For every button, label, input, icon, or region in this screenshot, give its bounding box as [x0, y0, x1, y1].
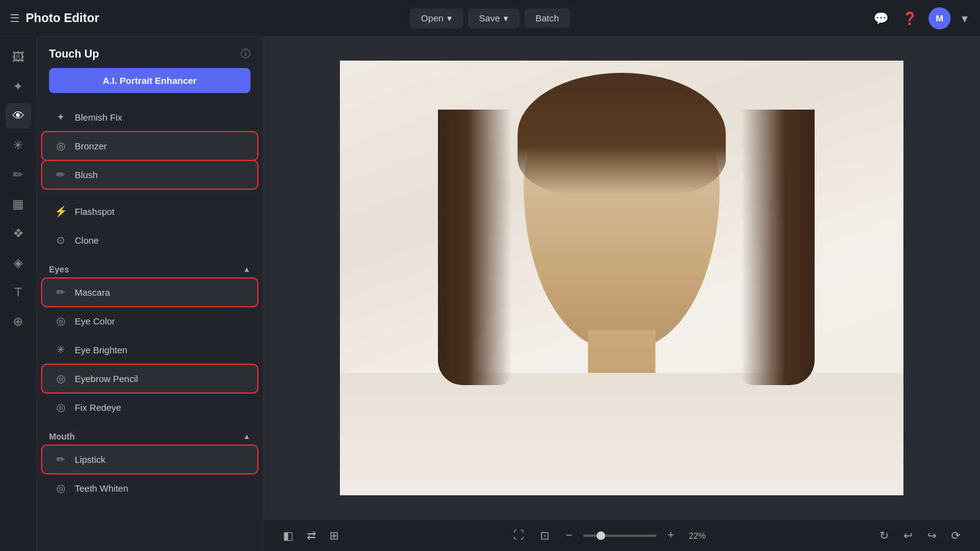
tool-blemish-fix[interactable]: ✦ Blemish Fix: [42, 103, 258, 132]
open-button[interactable]: Open ▾: [410, 9, 463, 28]
rail-shapes-icon[interactable]: ❖: [6, 220, 31, 246]
eyebrow-pencil-label: Eyebrow Pencil: [75, 373, 138, 384]
tool-fix-redeye[interactable]: ◎ Fix Redeye: [42, 393, 258, 422]
save-label: Save: [479, 13, 500, 23]
batch-button[interactable]: Batch: [524, 9, 570, 28]
fit-button[interactable]: ⛶: [508, 525, 529, 545]
blemish-fix-label: Blemish Fix: [75, 112, 123, 122]
zoom-out-button[interactable]: −: [560, 525, 577, 545]
zoom-label: 22%: [685, 531, 710, 541]
mascara-icon: ✏: [54, 286, 67, 299]
save-chevron: ▾: [503, 13, 508, 24]
canvas-image: [340, 61, 903, 495]
bronzer-icon: ◎: [54, 140, 67, 152]
icon-rail: 🖼 ✦ 👁 ✳ ✏ ▦ ❖ ◈ T ⊕: [0, 37, 37, 551]
refresh-button[interactable]: ↻: [875, 525, 894, 546]
shoulders: [340, 373, 903, 495]
mouth-section-label: Mouth: [49, 432, 75, 441]
tool-bronzer[interactable]: ◎ Bronzer: [42, 132, 258, 160]
mascara-label: Mascara: [75, 287, 110, 298]
bottom-left-tools: ◧ ⇄ ⊞: [278, 525, 344, 546]
batch-label: Batch: [535, 13, 559, 23]
more-button[interactable]: ▾: [959, 9, 970, 28]
layers-button[interactable]: ◧: [278, 525, 298, 546]
mouth-chevron: ▲: [243, 432, 251, 441]
mouth-section-header[interactable]: Mouth ▲: [37, 424, 263, 445]
lipstick-label: Lipstick: [75, 454, 105, 465]
fix-redeye-icon: ◎: [54, 401, 67, 414]
grid-button[interactable]: ⊞: [325, 525, 344, 546]
rail-eye-icon[interactable]: 👁: [6, 103, 31, 129]
bottom-center-controls: ⛶ ⊡ − + 22%: [508, 525, 709, 546]
hair-left: [438, 110, 511, 385]
tool-lipstick[interactable]: ✏ Lipstick: [42, 445, 258, 474]
rail-layers-icon[interactable]: ▦: [6, 191, 31, 217]
tool-eyebrow-pencil[interactable]: ◎ Eyebrow Pencil: [42, 364, 258, 393]
blush-label: Blush: [75, 170, 98, 180]
open-chevron: ▾: [447, 13, 452, 24]
open-label: Open: [421, 13, 443, 23]
bronzer-label: Bronzer: [75, 141, 107, 151]
tool-blush[interactable]: ✏ Blush: [42, 160, 258, 189]
tool-flashspot[interactable]: ⚡ Flashspot: [42, 197, 258, 226]
tool-eye-brighten[interactable]: ✳ Eye Brighten: [42, 335, 258, 364]
fix-redeye-label: Fix Redeye: [75, 402, 121, 413]
avatar[interactable]: M: [929, 7, 951, 29]
rail-adjustments-icon[interactable]: ✦: [6, 73, 31, 99]
topbar-center: Open ▾ Save ▾ Batch: [410, 9, 570, 28]
crop-button[interactable]: ⊡: [535, 525, 554, 546]
undo-button[interactable]: ↩: [899, 525, 918, 546]
panel-title: Touch Up: [49, 48, 99, 61]
blemish-fix-icon: ✦: [54, 111, 67, 124]
clone-label: Clone: [75, 235, 99, 246]
portrait-background: [340, 61, 903, 495]
rail-text-icon[interactable]: T: [6, 279, 31, 305]
lipstick-icon: ✏: [54, 453, 67, 466]
rail-magic-icon[interactable]: ✳: [6, 132, 31, 158]
tool-mascara[interactable]: ✏ Mascara: [42, 278, 258, 307]
blush-icon: ✏: [54, 168, 67, 181]
eyes-chevron: ▲: [243, 265, 251, 274]
tool-clone[interactable]: ⊙ Clone: [42, 226, 258, 255]
flashspot-icon: ⚡: [54, 205, 67, 218]
panel-header: Touch Up ⓘ: [37, 37, 263, 68]
eyes-section-header[interactable]: Eyes ▲: [37, 257, 263, 278]
zoom-slider[interactable]: [583, 534, 657, 537]
bottom-right-actions: ↻ ↩ ↪ ⟳: [875, 525, 965, 546]
eye-color-label: Eye Color: [75, 316, 115, 326]
tool-eye-color[interactable]: ◎ Eye Color: [42, 307, 258, 335]
ai-portrait-button[interactable]: A.I. Portrait Enhancer: [49, 68, 251, 93]
teeth-whiten-icon: ◎: [54, 482, 67, 495]
help-button[interactable]: ❓: [900, 9, 920, 28]
comment-button[interactable]: 💬: [871, 9, 891, 28]
panel: Touch Up ⓘ A.I. Portrait Enhancer ✦ Blem…: [37, 37, 263, 551]
move-button[interactable]: ⇄: [302, 525, 321, 546]
tool-teeth-whiten[interactable]: ◎ Teeth Whiten: [42, 474, 258, 503]
bottom-bar: ◧ ⇄ ⊞ ⛶ ⊡ − + 22% ↻ ↩ ↪ ⟳: [263, 519, 980, 551]
menu-icon[interactable]: ☰: [10, 12, 20, 25]
eye-brighten-icon: ✳: [54, 343, 67, 356]
canvas-viewport[interactable]: [263, 37, 980, 519]
topbar-right: 💬 ❓ M ▾: [871, 7, 970, 29]
eyebrow-pencil-icon: ◎: [54, 372, 67, 385]
rail-image-icon[interactable]: 🖼: [6, 44, 31, 70]
rail-texture-icon[interactable]: ◈: [6, 250, 31, 276]
redo-button[interactable]: ↪: [922, 525, 941, 546]
divider-1: [47, 193, 253, 193]
app-title: Photo Editor: [26, 11, 99, 25]
clone-icon: ⊙: [54, 234, 67, 247]
eyes-section-label: Eyes: [49, 264, 69, 274]
hair-top: [518, 73, 726, 195]
rail-stamp-icon[interactable]: ⊕: [6, 309, 31, 334]
main-area: 🖼 ✦ 👁 ✳ ✏ ▦ ❖ ◈ T ⊕ Touch Up ⓘ A.I. Port…: [0, 37, 980, 551]
rail-brush-icon[interactable]: ✏: [6, 162, 31, 187]
eye-brighten-label: Eye Brighten: [75, 345, 127, 355]
zoom-in-button[interactable]: +: [663, 525, 679, 545]
save-button[interactable]: Save ▾: [468, 9, 519, 28]
history-button[interactable]: ⟳: [946, 525, 965, 546]
flashspot-label: Flashspot: [75, 206, 115, 217]
teeth-whiten-label: Teeth Whiten: [75, 483, 129, 493]
info-icon[interactable]: ⓘ: [241, 48, 251, 61]
hair-right: [741, 110, 815, 385]
topbar: ☰ Photo Editor Open ▾ Save ▾ Batch 💬 ❓ M…: [0, 0, 980, 37]
